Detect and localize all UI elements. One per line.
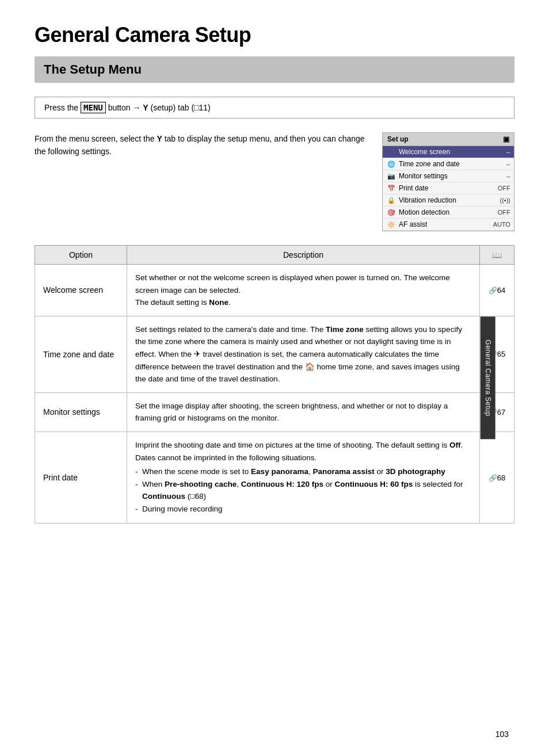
option-cell-printdate: Print date [35,432,127,523]
option-cell-monitor: Monitor settings [35,392,127,432]
setup-menu-icon: ▣ [503,135,509,143]
menu-row-label: Welcome screen [399,148,487,156]
menu-row-value: -- [490,161,510,167]
page-title: General Camera Setup [35,23,514,47]
menu-row-value: ((•)) [490,197,510,204]
setup-menu-row: P Welcome screen -- [383,146,514,158]
menu-row-label: AF assist [399,220,487,228]
menu-row-value: OFF [490,209,510,216]
intro-section: From the menu screen, select the Y tab t… [35,132,514,231]
menu-row-label: Time zone and date [399,160,487,168]
desc-cell-timezone: Set settings related to the camera's dat… [127,316,480,392]
menu-row-label: Monitor settings [399,172,487,180]
setup-menu-header: Set up ▣ [383,133,514,146]
intro-text: From the menu screen, select the Y tab t… [35,132,368,158]
page-number: 103 [495,730,509,739]
menu-row-icon: 🔒 [386,197,396,204]
desc-cell-monitor: Set the image display after shooting, th… [127,392,480,432]
ref-icon: 🔗 [489,474,497,482]
table-row: Monitor settings Set the image display a… [35,392,514,432]
book-icon: 📖 [492,250,502,259]
setup-menu-row: 📅 Print date OFF [383,182,514,194]
menu-row-icon: 🎯 [386,209,396,216]
menu-row-value: -- [490,173,510,180]
section-header: The Setup Menu [35,56,514,83]
print-date-list: When the scene mode is set to Easy panor… [135,466,471,515]
table-row: Welcome screen Set whether or not the we… [35,265,514,316]
col-header-option: Option [35,246,127,265]
main-table: Option Description 📖 Welcome screen Set … [35,245,514,524]
setup-menu-row: 🎯 Motion detection OFF [383,207,514,219]
ref-cell-welcome: 🔗64 [480,265,514,316]
page-ref: □11) [194,103,211,112]
menu-row-label: Vibration reduction [399,196,487,204]
setup-menu-preview: Set up ▣ P Welcome screen -- 🌐 Time zone… [382,132,514,231]
desc-cell-printdate: Imprint the shooting date and time on pi… [127,432,480,523]
menu-row-value: AUTO [490,221,510,228]
list-item: During movie recording [135,503,471,515]
ref-cell-printdate: 🔗68 [480,432,514,523]
menu-row-icon: 🔆 [386,221,396,228]
desc-cell-welcome: Set whether or not the welcome screen is… [127,265,480,316]
option-cell-timezone: Time zone and date [35,316,127,392]
list-item: When the scene mode is set to Easy panor… [135,466,471,478]
menu-row-value: -- [490,148,510,155]
setup-menu-row: 📷 Monitor settings -- [383,170,514,182]
press-text-middle: button → Y (setup) tab ( [108,103,194,112]
list-item: When Pre-shooting cache, Continuous H: 1… [135,479,471,502]
menu-row-label: Print date [399,184,487,192]
setup-menu-row: 🔒 Vibration reduction ((•)) [383,194,514,207]
col-header-description: Description [127,246,480,265]
menu-row-icon: P [386,148,396,155]
option-cell-welcome: Welcome screen [35,265,127,316]
menu-row-icon: 📅 [386,185,396,192]
col-header-ref: 📖 [480,246,514,265]
press-instruction: Press the MENU button → Y (setup) tab (□… [35,97,514,119]
menu-key: MENU [81,102,106,113]
ref-icon: 🔗 [489,287,497,295]
table-row: Time zone and date Set settings related … [35,316,514,392]
setup-menu-row: 🌐 Time zone and date -- [383,158,514,170]
menu-row-icon: 🌐 [386,161,396,168]
sidebar-label: General Camera Setup [480,316,495,439]
setup-menu-title: Set up [387,135,409,143]
table-row: Print date Imprint the shooting date and… [35,432,514,523]
menu-row-label: Motion detection [399,208,487,216]
menu-row-value: OFF [490,185,510,192]
setup-menu-row: 🔆 AF assist AUTO [383,219,514,231]
menu-row-icon: 📷 [386,173,396,180]
press-text-before: Press the [44,103,78,112]
